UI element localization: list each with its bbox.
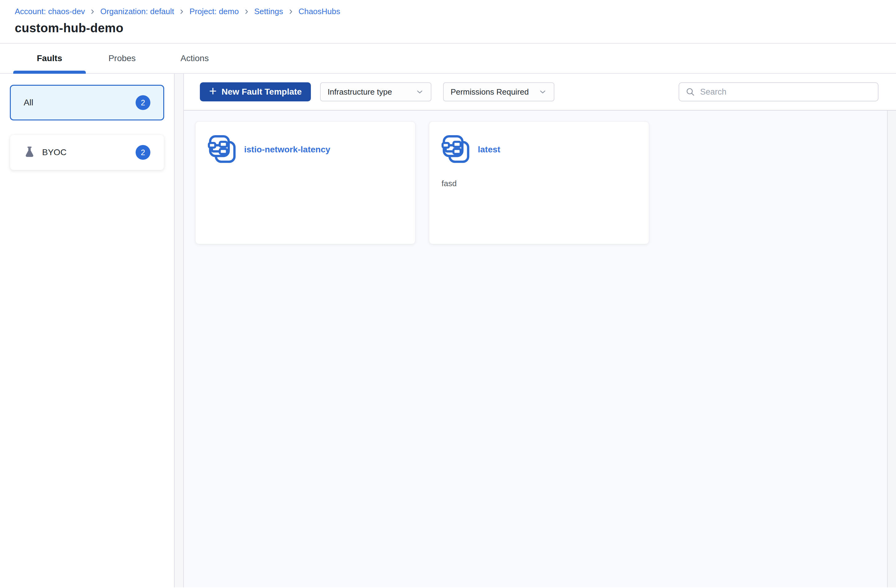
tab-faults-label: Faults bbox=[37, 53, 62, 63]
sidebar-item-all[interactable]: All 2 bbox=[10, 85, 164, 120]
fault-template-card: istio-network-latency bbox=[195, 122, 415, 244]
chevron-right-icon bbox=[89, 8, 96, 15]
sidebar-item-byoc[interactable]: BYOC 2 bbox=[10, 135, 164, 170]
chevron-down-icon bbox=[415, 88, 424, 96]
sidebar-item-byoc-label: BYOC bbox=[42, 147, 66, 157]
hub-category-sidebar: All 2 BYOC 2 bbox=[0, 74, 175, 587]
tab-bar: Faults Probes Actions bbox=[0, 44, 896, 74]
search-box bbox=[679, 82, 878, 101]
scrollbar-track[interactable] bbox=[887, 111, 896, 587]
count-badge: 2 bbox=[136, 145, 150, 160]
fault-template-description bbox=[208, 179, 403, 188]
fault-template-icon bbox=[208, 135, 237, 165]
page-title: custom-hub-demo bbox=[15, 21, 881, 35]
infrastructure-type-dropdown[interactable]: Infrastructure type bbox=[320, 82, 431, 101]
new-fault-template-label: New Fault Template bbox=[222, 87, 302, 97]
sidebar-resizer[interactable] bbox=[175, 74, 184, 587]
fault-template-card: latest fasd bbox=[429, 122, 649, 244]
count-badge: 2 bbox=[136, 95, 150, 110]
page-body: All 2 BYOC 2 + New Fault Template bbox=[0, 74, 896, 587]
infrastructure-type-label: Infrastructure type bbox=[328, 87, 392, 97]
page-header: Account: chaos-dev Organization: default… bbox=[0, 0, 896, 44]
flask-icon bbox=[24, 146, 35, 159]
fault-template-link[interactable]: istio-network-latency bbox=[244, 145, 330, 155]
new-fault-template-button[interactable]: + New Fault Template bbox=[200, 82, 311, 101]
fault-template-link[interactable]: latest bbox=[478, 145, 500, 155]
chaoshubs-page: Account: chaos-dev Organization: default… bbox=[0, 0, 896, 587]
search-icon bbox=[686, 87, 695, 97]
plus-icon: + bbox=[209, 85, 217, 98]
fault-template-description: fasd bbox=[442, 179, 637, 188]
chevron-right-icon bbox=[178, 8, 185, 15]
breadcrumb: Account: chaos-dev Organization: default… bbox=[15, 7, 881, 16]
breadcrumb-settings-link[interactable]: Settings bbox=[254, 7, 283, 16]
breadcrumb-organization-link[interactable]: Organization: default bbox=[100, 7, 174, 16]
sidebar-item-all-label: All bbox=[24, 98, 33, 108]
fault-template-icon bbox=[442, 135, 471, 165]
chevron-right-icon bbox=[288, 8, 294, 15]
breadcrumb-account-link[interactable]: Account: chaos-dev bbox=[15, 7, 85, 16]
breadcrumb-project-link[interactable]: Project: demo bbox=[189, 7, 239, 16]
search-input[interactable] bbox=[699, 87, 874, 97]
breadcrumb-chaoshubs-link[interactable]: ChaosHubs bbox=[299, 7, 340, 16]
tab-actions[interactable]: Actions bbox=[158, 44, 231, 73]
fault-template-grid: istio-network-latency bbox=[195, 122, 896, 244]
tab-actions-label: Actions bbox=[180, 53, 209, 63]
tab-faults[interactable]: Faults bbox=[13, 44, 86, 73]
toolbar: + New Fault Template Infrastructure type… bbox=[184, 74, 896, 111]
fault-templates-area: istio-network-latency bbox=[184, 111, 896, 587]
permissions-required-label: Permissions Required bbox=[451, 87, 529, 97]
permissions-required-dropdown[interactable]: Permissions Required bbox=[443, 82, 555, 101]
content-pane: + New Fault Template Infrastructure type… bbox=[184, 74, 896, 587]
chevron-right-icon bbox=[243, 8, 250, 15]
tab-probes-label: Probes bbox=[108, 53, 136, 63]
active-tab-underline bbox=[13, 71, 86, 74]
tab-probes[interactable]: Probes bbox=[86, 44, 158, 73]
chevron-down-icon bbox=[538, 88, 547, 96]
